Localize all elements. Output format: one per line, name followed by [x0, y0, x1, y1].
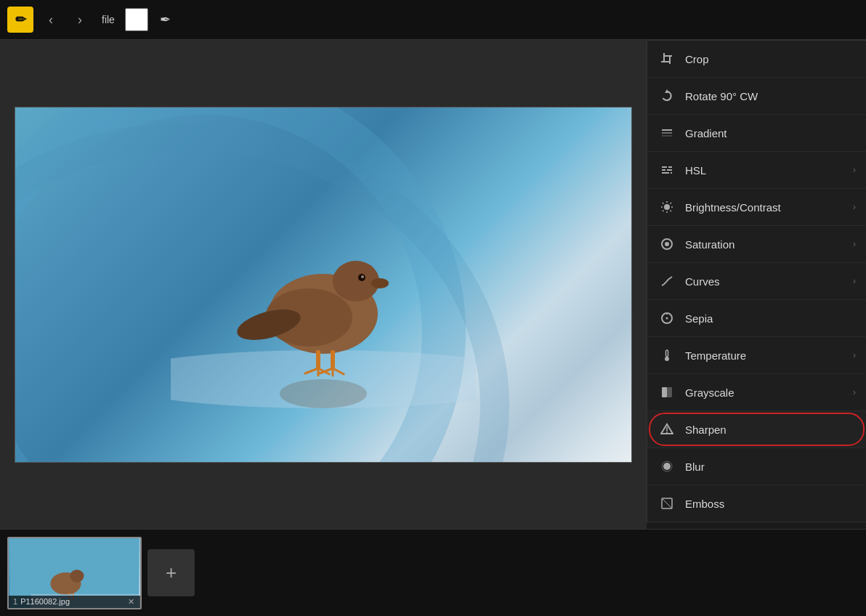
menu-item-grayscale[interactable]: Grayscale› [647, 374, 866, 411]
menu-label-grayscale: Grayscale [685, 386, 853, 399]
toolbar: ✏ ‹ › file ✒ [0, 0, 866, 40]
svg-point-34 [664, 204, 670, 210]
menu-item-curves[interactable]: Curves› [647, 263, 866, 300]
menu-label-brightness: Brightness/Contrast [685, 201, 853, 214]
menu-item-saturation[interactable]: Saturation› [647, 226, 866, 263]
menu-label-gradient: Gradient [685, 127, 856, 139]
menu-item-emboss[interactable]: Emboss [647, 485, 866, 522]
menu-label-emboss: Emboss [685, 498, 856, 510]
filmstrip-item-name: P1160082.jpg [20, 597, 126, 606]
svg-rect-23 [665, 55, 672, 57]
svg-line-11 [320, 368, 333, 373]
menu-item-brightness[interactable]: Brightness/Contrast› [647, 189, 866, 226]
menu-arrow-temperature: › [853, 350, 856, 360]
svg-point-15 [361, 275, 364, 278]
filmstrip-item-num: 1 [13, 597, 17, 606]
svg-line-41 [671, 203, 672, 204]
svg-point-44 [665, 242, 669, 246]
svg-rect-51 [667, 387, 672, 397]
menu-arrow-grayscale: › [853, 387, 856, 397]
menu-label-rotate: Rotate 90° CW [685, 90, 856, 102]
svg-line-13 [333, 368, 344, 374]
svg-point-5 [234, 303, 304, 345]
svg-rect-50 [662, 387, 667, 397]
menu-arrow-saturation: › [853, 239, 856, 249]
svg-rect-21 [661, 61, 670, 62]
logo-button[interactable]: ✏ [7, 7, 33, 33]
svg-rect-48 [666, 350, 668, 357]
svg-line-42 [663, 211, 664, 212]
filmstrip-item[interactable]: 1 P1160082.jpg ✕ [7, 537, 142, 609]
svg-point-16 [280, 379, 367, 408]
filmstrip-label-bar: 1 P1160082.jpg ✕ [9, 596, 140, 608]
svg-point-55 [663, 463, 671, 470]
svg-point-0 [171, 350, 476, 408]
bird-illustration [171, 154, 476, 416]
menu-item-blur[interactable]: Blur [647, 448, 866, 485]
gradient-icon [657, 123, 676, 142]
brightness-icon [657, 198, 676, 216]
menu-item-sepia[interactable]: Sepia [647, 300, 866, 337]
svg-point-14 [358, 274, 365, 281]
canvas-area [0, 40, 647, 529]
svg-rect-20 [663, 53, 665, 62]
sepia-icon [657, 309, 676, 328]
svg-point-1 [269, 274, 378, 354]
color-swatch[interactable] [125, 8, 148, 31]
menu-label-curves: Curves [685, 275, 853, 288]
eyedropper-button[interactable]: ✒ [154, 8, 177, 31]
filmstrip-close-button[interactable]: ✕ [126, 597, 136, 607]
add-image-button[interactable]: + [147, 549, 195, 596]
svg-rect-22 [669, 57, 671, 64]
grayscale-icon [657, 383, 676, 402]
crop-icon [657, 49, 676, 68]
rotate-icon [657, 86, 676, 105]
menu-label-hsl: HSL [685, 164, 853, 177]
right-panel: P1160082.jpg 2838x1263 NaN undefined ? ✕… [647, 0, 866, 523]
temperature-icon [657, 346, 676, 365]
menu-item-temperature[interactable]: Temperature› [647, 337, 866, 374]
menu-label-temperature: Temperature [685, 349, 853, 362]
menu-label-saturation: Saturation [685, 238, 853, 251]
svg-line-10 [318, 368, 329, 374]
svg-rect-7 [331, 350, 335, 368]
svg-line-58 [662, 498, 672, 508]
sharpen-icon [657, 420, 676, 439]
file-label: file [102, 14, 115, 25]
svg-point-4 [265, 288, 352, 346]
menu-item-rotate[interactable]: Rotate 90° CW [647, 78, 866, 115]
filmstrip: 1 P1160082.jpg ✕ + [0, 529, 866, 616]
svg-line-40 [671, 211, 672, 212]
effects-menu: CropRotate 90° CWGradientHSL›Brightness/… [647, 41, 866, 522]
back-button[interactable]: ‹ [39, 8, 62, 31]
svg-point-62 [70, 570, 84, 582]
svg-point-2 [333, 261, 379, 301]
emboss-icon [657, 494, 676, 513]
svg-line-8 [305, 368, 318, 373]
menu-label-blur: Blur [685, 461, 856, 473]
svg-line-39 [663, 203, 664, 204]
blur-icon [657, 457, 676, 476]
curves-icon [657, 272, 676, 291]
menu-arrow-curves: › [853, 276, 856, 286]
menu-item-gradient[interactable]: Gradient [647, 115, 866, 152]
menu-item-crop[interactable]: Crop [647, 41, 866, 78]
image-background [15, 108, 631, 462]
menu-arrow-brightness: › [853, 202, 856, 212]
svg-point-49 [665, 357, 669, 361]
menu-item-sharpen[interactable]: Sharpen [647, 411, 866, 448]
image-canvas [15, 107, 632, 463]
saturation-icon [657, 235, 676, 254]
svg-point-46 [666, 317, 668, 320]
menu-label-crop: Crop [685, 53, 856, 65]
svg-rect-6 [316, 350, 320, 368]
svg-point-54 [666, 432, 668, 434]
menu-item-hsl[interactable]: HSL› [647, 152, 866, 189]
menu-label-sepia: Sepia [685, 312, 856, 325]
hsl-icon [657, 161, 676, 179]
svg-point-3 [371, 278, 389, 288]
menu-arrow-hsl: › [853, 165, 856, 175]
forward-button[interactable]: › [68, 8, 92, 31]
menu-label-sharpen: Sharpen [685, 423, 856, 436]
